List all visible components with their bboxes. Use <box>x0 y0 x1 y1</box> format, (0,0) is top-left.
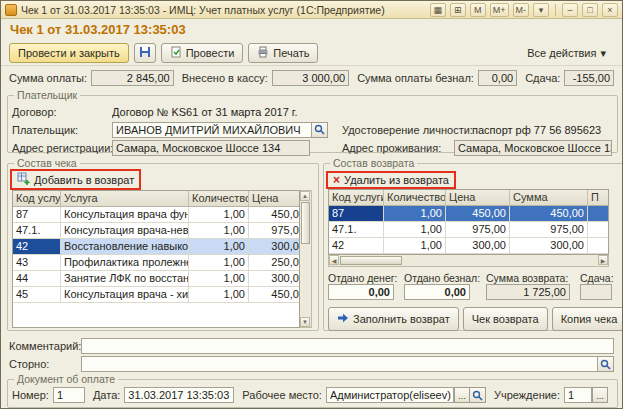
cell-price[interactable]: 975,00 <box>249 223 300 239</box>
save-icon-button[interactable] <box>134 43 156 63</box>
window-icon[interactable]: ⊞ <box>450 3 466 17</box>
cell-price[interactable]: 450,00 <box>249 287 300 303</box>
titlebar-separator <box>555 4 556 16</box>
scroll-up-icon[interactable]: ▲ <box>300 191 310 201</box>
add-to-return-button[interactable]: Добавить в возврат <box>12 171 139 188</box>
cell-code[interactable]: 44 <box>13 271 61 287</box>
cell-service[interactable]: Восстановление навыков... <box>61 239 189 255</box>
cell-extra[interactable] <box>588 206 609 222</box>
close-button[interactable]: × <box>602 3 618 17</box>
cell-code[interactable]: 47.1. <box>13 223 61 239</box>
cell-code[interactable]: 42 <box>13 239 61 255</box>
cell-code[interactable]: 87 <box>329 206 384 222</box>
fill-return-button[interactable]: Заполнить возврат <box>328 307 459 331</box>
cell-sum[interactable]: 300,00 <box>510 238 588 254</box>
cell-price[interactable]: 300,00 <box>249 271 300 287</box>
storno-field[interactable] <box>81 356 598 372</box>
storno-lookup-button[interactable] <box>598 356 614 372</box>
cell-code[interactable]: 42 <box>329 238 384 254</box>
return-check-button[interactable]: Чек возврата <box>463 307 548 331</box>
cell-qty[interactable]: 1,00 <box>384 206 446 222</box>
workplace-ellipsis-button[interactable]: ... <box>454 387 470 403</box>
id-label: Удостоверение личности: <box>342 124 472 136</box>
reg-address-field[interactable]: Самара, Московское Шоссе 134 <box>112 140 310 156</box>
print-button[interactable]: Печать <box>248 43 318 63</box>
cell-qty[interactable]: 1,00 <box>384 222 446 238</box>
column-header-partial[interactable]: П <box>588 190 609 206</box>
cell-service[interactable]: Консультация врача-невр... <box>61 223 189 239</box>
cell-price[interactable]: 300,00 <box>446 238 510 254</box>
column-header-qty[interactable]: Количество <box>189 191 249 207</box>
workplace-field[interactable]: Администратор(eliseev) <box>326 387 454 403</box>
return-table-hscrollbar[interactable]: ◀ ▶ <box>328 255 609 267</box>
copy-check-button[interactable]: Копия чека <box>552 307 623 331</box>
number-field[interactable]: 1 <box>53 387 85 403</box>
cell-qty[interactable]: 1,00 <box>189 239 249 255</box>
comment-field[interactable] <box>81 338 614 354</box>
grid-icon[interactable]: ▦ <box>430 3 446 17</box>
m-button[interactable]: M <box>470 3 486 17</box>
cell-service[interactable]: Занятие ЛФК по восстан... <box>61 271 189 287</box>
cell-price[interactable]: 975,00 <box>446 222 510 238</box>
hscroll-thumb[interactable] <box>340 256 402 265</box>
scroll-left-icon[interactable]: ◀ <box>329 255 339 265</box>
institution-ellipsis-button[interactable]: ... <box>592 387 608 403</box>
vscroll-thumb[interactable] <box>301 202 310 244</box>
scroll-down-icon[interactable]: ▼ <box>300 317 310 327</box>
scroll-right-icon[interactable]: ▶ <box>598 255 608 265</box>
m-minus-button[interactable]: M- <box>513 3 530 17</box>
cell-qty[interactable]: 1,00 <box>189 271 249 287</box>
cell-price[interactable]: 450,00 <box>249 207 300 223</box>
cell-sum[interactable]: 450,00 <box>510 206 588 222</box>
cell-price[interactable]: 300,00 <box>249 239 300 255</box>
workplace-lookup-button[interactable] <box>470 387 486 403</box>
column-header-service[interactable]: Услуга <box>61 191 189 207</box>
column-header-qty[interactable]: Количество <box>384 190 446 206</box>
cell-sum[interactable]: 975,00 <box>510 222 588 238</box>
hscroll-track[interactable] <box>403 255 598 266</box>
payer-field[interactable]: ИВАНОВ ДМИТРИЙ МИХАЙЛОВИЧ <box>112 122 312 138</box>
cell-code[interactable]: 87 <box>13 207 61 223</box>
cell-extra[interactable] <box>588 238 609 254</box>
cell-qty[interactable]: 1,00 <box>189 223 249 239</box>
cell-price[interactable]: 250,00 <box>249 255 300 271</box>
cell-qty[interactable]: 1,00 <box>189 207 249 223</box>
cell-service[interactable]: Консультация врача функ... <box>61 207 189 223</box>
payer-lookup-button[interactable] <box>312 122 328 138</box>
column-header-code[interactable]: Код услуги <box>13 191 61 207</box>
maximize-button[interactable]: □ <box>582 3 598 17</box>
given-cash-field[interactable]: 0,00 <box>328 284 394 300</box>
column-header-code[interactable]: Код услуги <box>329 190 384 206</box>
minimize-button[interactable]: – <box>562 3 578 17</box>
cash-in-label: Внесено в кассу: <box>182 72 268 84</box>
cell-code[interactable]: 45 <box>13 287 61 303</box>
check-table-vscrollbar[interactable]: ▲ ▼ <box>300 190 312 328</box>
vscroll-track[interactable] <box>300 245 311 317</box>
column-header-sum[interactable]: Сумма <box>510 190 588 206</box>
cell-price[interactable]: 450,00 <box>446 206 510 222</box>
all-actions-button[interactable]: Все действия ▾ <box>519 43 614 63</box>
cash-in-field[interactable]: 3 000,00 <box>272 70 349 86</box>
cell-code[interactable]: 43 <box>13 255 61 271</box>
refund-change-label: Сдача: <box>580 272 623 284</box>
table-row: 42 1,00 300,00 300,00 <box>329 238 609 254</box>
column-header-price[interactable]: Цена <box>249 191 300 207</box>
column-header-price[interactable]: Цена <box>446 190 510 206</box>
titlebar-dropdown-button[interactable]: ▾ <box>533 3 549 17</box>
post-close-button[interactable]: Провести и закрыть <box>9 43 129 63</box>
cell-code[interactable]: 47.1. <box>329 222 384 238</box>
cell-qty[interactable]: 1,00 <box>189 287 249 303</box>
given-cashless-field[interactable]: 0,00 <box>404 284 470 300</box>
toolbar: Провести и закрыть Провести Печать Все д… <box>1 41 622 66</box>
cell-service[interactable]: Консультация врача - хир... <box>61 287 189 303</box>
cell-qty[interactable]: 1,00 <box>189 255 249 271</box>
post-button[interactable]: Провести <box>161 43 244 63</box>
date-field[interactable]: 31.03.2017 13:35:03 <box>124 387 234 403</box>
cell-extra[interactable] <box>588 222 609 238</box>
cell-service[interactable]: Профилактика пролежне... <box>61 255 189 271</box>
res-address-field[interactable]: Самара, Московское Шоссе 134 <box>454 140 612 156</box>
institution-field[interactable]: 1 <box>564 387 592 403</box>
remove-from-return-button[interactable]: × Удалить из возврата <box>328 173 454 187</box>
m-plus-button[interactable]: M+ <box>490 3 509 17</box>
cell-qty[interactable]: 1,00 <box>384 238 446 254</box>
